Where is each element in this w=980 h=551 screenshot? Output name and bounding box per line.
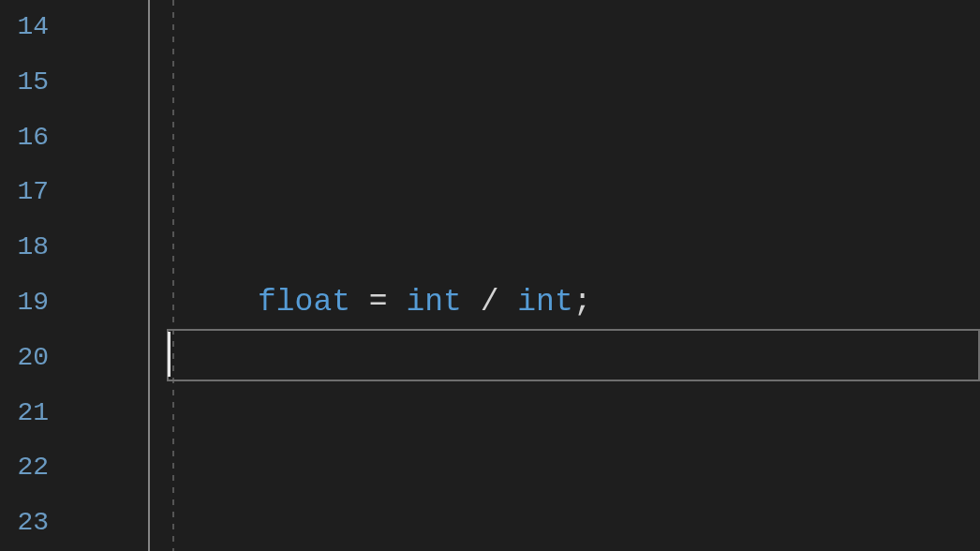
line-number: 17 <box>0 165 66 220</box>
code-line-19[interactable] <box>66 276 980 331</box>
code-line-22[interactable] <box>66 440 980 496</box>
line-number: 20 <box>0 331 66 386</box>
code-line-17[interactable] <box>66 165 980 220</box>
code-line-18[interactable]: float = int / int; <box>66 220 980 276</box>
line-number: 14 <box>0 0 66 55</box>
text-cursor <box>168 332 171 377</box>
code-line-15[interactable] <box>66 55 980 111</box>
line-number: 16 <box>0 111 66 166</box>
code-line-14[interactable] <box>66 0 980 55</box>
line-number: 23 <box>0 496 66 551</box>
code-line-20[interactable] <box>66 331 980 386</box>
code-line-23[interactable] <box>66 496 980 551</box>
code-lines[interactable]: float = int / int; <box>66 0 980 551</box>
code-line-16[interactable] <box>66 111 980 166</box>
line-number: 18 <box>0 220 66 276</box>
editor-content[interactable]: float = int / int; <box>66 0 980 551</box>
line-number: 21 <box>0 386 66 441</box>
line-number: 15 <box>0 55 66 111</box>
line-number-gutter: 14 15 16 17 18 19 20 21 22 23 <box>0 0 66 551</box>
line-number: 22 <box>0 440 66 496</box>
code-line-21[interactable] <box>66 386 980 441</box>
line-number: 19 <box>0 276 66 331</box>
code-editor[interactable]: 14 15 16 17 18 19 20 21 22 23 float = in… <box>0 0 980 551</box>
